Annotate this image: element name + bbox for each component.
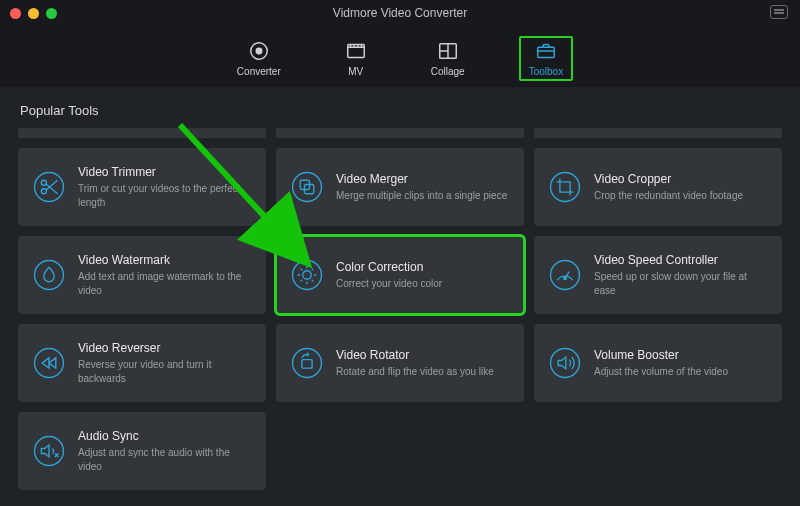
row-stub — [18, 128, 266, 138]
tool-color-correction[interactable]: Color Correction Correct your video colo… — [276, 236, 524, 314]
tool-desc: Speed up or slow down your file at ease — [594, 270, 768, 297]
svg-point-14 — [303, 271, 312, 280]
tool-audio-sync[interactable]: Audio Sync Adjust and sync the audio wit… — [18, 412, 266, 490]
window-title: Vidmore Video Converter — [10, 6, 790, 20]
tool-video-cropper[interactable]: Video Cropper Crop the redundant video f… — [534, 148, 782, 226]
content-area: Popular Tools Video Trimmer Trim or cut … — [0, 87, 800, 506]
tool-desc: Correct your video color — [336, 277, 442, 291]
speed-icon — [548, 258, 582, 292]
mv-icon — [345, 40, 367, 62]
tab-collage[interactable]: Collage — [421, 36, 475, 81]
svg-rect-19 — [302, 360, 312, 369]
row-stub — [534, 128, 782, 138]
tool-title: Audio Sync — [78, 429, 252, 443]
svg-point-1 — [256, 48, 262, 54]
tool-desc: Reverse your video and turn it backwards — [78, 358, 252, 385]
tool-video-watermark[interactable]: Video Watermark Add text and image water… — [18, 236, 266, 314]
svg-point-12 — [35, 261, 64, 290]
svg-point-15 — [551, 261, 580, 290]
section-title-popular: Popular Tools — [20, 103, 782, 118]
svg-point-20 — [551, 349, 580, 378]
audio-sync-icon — [32, 434, 66, 468]
tool-title: Volume Booster — [594, 348, 728, 362]
tool-title: Video Trimmer — [78, 165, 252, 179]
color-correction-icon — [290, 258, 324, 292]
tool-title: Color Correction — [336, 260, 442, 274]
tool-video-speed-controller[interactable]: Video Speed Controller Speed up or slow … — [534, 236, 782, 314]
tab-collage-label: Collage — [431, 66, 465, 77]
collage-icon — [437, 40, 459, 62]
tool-title: Video Rotator — [336, 348, 494, 362]
tab-converter[interactable]: Converter — [227, 36, 291, 81]
tool-desc: Merge multiple clips into a single piece — [336, 189, 507, 203]
tool-desc: Crop the redundant video footage — [594, 189, 743, 203]
tab-mv-label: MV — [348, 66, 363, 77]
zoom-window-button[interactable] — [46, 8, 57, 19]
tool-desc: Adjust the volume of the video — [594, 365, 728, 379]
tool-volume-booster[interactable]: Volume Booster Adjust the volume of the … — [534, 324, 782, 402]
reverser-icon — [32, 346, 66, 380]
close-window-button[interactable] — [10, 8, 21, 19]
tool-desc: Rotate and flip the video as you like — [336, 365, 494, 379]
merger-icon — [290, 170, 324, 204]
tool-desc: Adjust and sync the audio with the video — [78, 446, 252, 473]
tab-mv[interactable]: MV — [335, 36, 377, 81]
tool-title: Video Watermark — [78, 253, 252, 267]
tab-converter-label: Converter — [237, 66, 281, 77]
tool-title: Video Merger — [336, 172, 507, 186]
tab-toolbox-label: Toolbox — [529, 66, 563, 77]
volume-icon — [548, 346, 582, 380]
rotator-icon — [290, 346, 324, 380]
feedback-icon[interactable] — [770, 5, 788, 19]
watermark-icon — [32, 258, 66, 292]
titlebar: Vidmore Video Converter — [0, 0, 800, 26]
tool-title: Video Speed Controller — [594, 253, 768, 267]
scissors-icon — [32, 170, 66, 204]
svg-point-8 — [293, 173, 322, 202]
toolbox-icon — [535, 40, 557, 62]
svg-point-13 — [293, 261, 322, 290]
tab-toolbox[interactable]: Toolbox — [519, 36, 573, 81]
converter-icon — [248, 40, 270, 62]
tool-video-reverser[interactable]: Video Reverser Reverse your video and tu… — [18, 324, 266, 402]
svg-rect-4 — [538, 47, 555, 57]
tool-video-trimmer[interactable]: Video Trimmer Trim or cut your videos to… — [18, 148, 266, 226]
tool-title: Video Cropper — [594, 172, 743, 186]
tool-title: Video Reverser — [78, 341, 252, 355]
cropper-icon — [548, 170, 582, 204]
svg-point-11 — [551, 173, 580, 202]
tools-grid: Video Trimmer Trim or cut your videos to… — [18, 128, 782, 490]
tool-video-merger[interactable]: Video Merger Merge multiple clips into a… — [276, 148, 524, 226]
svg-point-16 — [564, 277, 567, 280]
minimize-window-button[interactable] — [28, 8, 39, 19]
tool-video-rotator[interactable]: Video Rotator Rotate and flip the video … — [276, 324, 524, 402]
main-tabs: Converter MV Collage Toolbox — [0, 26, 800, 87]
tool-desc: Trim or cut your videos to the perfect l… — [78, 182, 252, 209]
tool-desc: Add text and image watermark to the vide… — [78, 270, 252, 297]
row-stub — [276, 128, 524, 138]
